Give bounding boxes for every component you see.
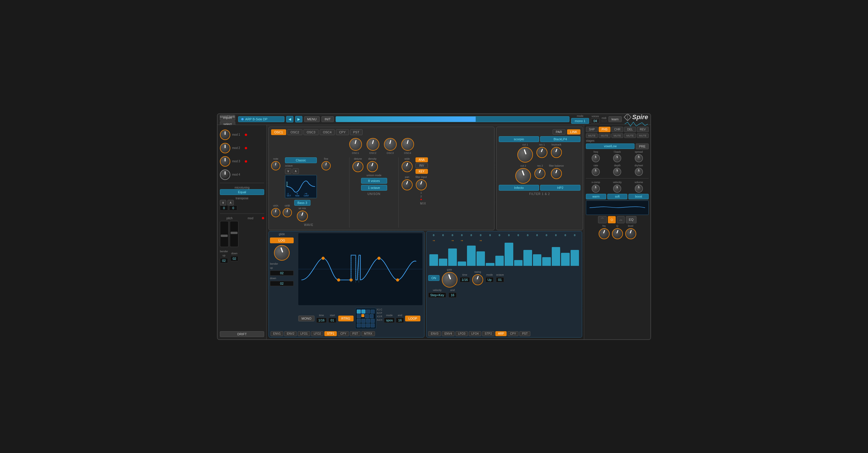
x4-cell3[interactable] <box>366 323 370 327</box>
keytrack-knob[interactable] <box>551 147 562 158</box>
stp2-tab[interactable]: STP2 <box>482 331 494 336</box>
transpose-up-btn[interactable]: ∧ <box>227 200 234 205</box>
oct-down-btn[interactable]: ∨ <box>285 168 291 174</box>
mod3-knob[interactable] <box>220 156 230 167</box>
osc-paste-btn[interactable]: PST <box>350 129 363 135</box>
bender-up-val[interactable]: 02 <box>220 258 228 263</box>
env2-tab[interactable]: ENV2 <box>284 331 297 336</box>
mod2-knob[interactable] <box>220 143 230 153</box>
shp-mute-btn[interactable]: MUTE <box>586 133 598 138</box>
lfo2-tab[interactable]: LFO2 <box>311 331 323 336</box>
arp-bar-15[interactable] <box>570 250 579 266</box>
del-mute-btn[interactable]: MUTE <box>624 133 636 138</box>
loop-btn[interactable]: LOOP <box>405 316 421 321</box>
arp-bar-0[interactable] <box>429 254 438 266</box>
eq-btn[interactable]: EQ <box>626 216 637 223</box>
detune-knob[interactable] <box>352 161 363 172</box>
osc1-main-knob[interactable] <box>349 138 362 151</box>
arp-pst-tab[interactable]: PST <box>519 331 530 336</box>
start-val[interactable]: 01 <box>329 318 337 323</box>
depth-knob[interactable] <box>613 168 621 176</box>
x1-cell3[interactable] <box>366 310 370 314</box>
note-knob[interactable] <box>271 161 280 170</box>
arp-octave-val[interactable]: 01 <box>496 277 504 282</box>
lfo1-tab[interactable]: LFO1 <box>298 331 310 336</box>
bender-down-num[interactable]: 02 <box>270 281 294 286</box>
arp-bar-13[interactable] <box>552 247 560 266</box>
spread-knob[interactable] <box>635 154 643 162</box>
env3-tab[interactable]: ENV3 <box>428 331 441 336</box>
x2-cell1[interactable] <box>357 314 361 318</box>
learn-button[interactable]: learn <box>609 116 622 122</box>
end-val[interactable]: 16 <box>396 318 404 323</box>
osc4-main-knob[interactable] <box>401 138 414 151</box>
x1-cell1[interactable] <box>357 310 361 314</box>
arp-bar-5[interactable] <box>476 251 485 266</box>
x3-cell2[interactable] <box>361 319 365 323</box>
octave-mode-select[interactable]: 1 octave <box>361 185 387 191</box>
lfo3-tab[interactable]: LFO3 <box>456 331 468 336</box>
x-comp-knob[interactable] <box>592 185 600 193</box>
level-knob[interactable] <box>625 228 636 239</box>
time-val[interactable]: 1/16 <box>316 318 327 323</box>
arp-bar-9[interactable] <box>514 260 523 266</box>
chr-tab[interactable]: CHR <box>611 127 623 132</box>
mtrx-tab[interactable]: MTRX <box>361 331 375 336</box>
bender-down-val[interactable]: 02 <box>230 256 239 261</box>
arp-bar-12[interactable] <box>542 257 551 266</box>
stp1-tab[interactable]: STP1 <box>324 331 337 336</box>
arp-bar-6[interactable] <box>486 263 494 266</box>
hp2-select[interactable]: HP2 <box>540 185 580 191</box>
q-knob[interactable] <box>612 228 623 239</box>
vowel-select[interactable]: vowelLow <box>586 143 634 149</box>
arp-mode-val[interactable]: Up <box>486 277 494 282</box>
arp-gate-knob[interactable] <box>442 272 458 288</box>
arp-bar-4[interactable] <box>467 246 476 266</box>
arp-cpy-tab[interactable]: CPY <box>507 331 519 336</box>
arp-bar-14[interactable] <box>561 253 570 266</box>
arp-bar-3[interactable] <box>458 261 466 266</box>
x4-cell4[interactable] <box>371 323 375 327</box>
phs-mute-btn[interactable]: MUTE <box>599 133 611 138</box>
arp-velocity-val[interactable]: Step+Key <box>428 292 446 298</box>
infecto-select[interactable]: Infecto <box>499 185 539 191</box>
filter-balance-knob[interactable] <box>551 168 562 179</box>
velocity-knob[interactable] <box>613 185 621 193</box>
cut2-knob[interactable] <box>515 168 531 184</box>
prev-preset-button[interactable]: ◀ <box>286 116 293 122</box>
inv-btn[interactable]: INV <box>415 163 428 168</box>
link-btn[interactable]: LINK <box>567 129 580 134</box>
shp-tab[interactable]: SHP <box>586 127 598 132</box>
transpose-down-btn[interactable]: ∨ <box>220 200 226 205</box>
arp-bar-1[interactable] <box>439 259 447 266</box>
x3-cell4[interactable] <box>371 319 375 323</box>
filter-input-knob[interactable] <box>416 180 427 190</box>
env1-tab[interactable]: ENV1 <box>271 331 283 336</box>
rev-mute-btn[interactable]: MUTE <box>637 133 649 138</box>
x3-cell3[interactable] <box>366 319 370 323</box>
rate-knob[interactable] <box>592 168 600 176</box>
transpose-val1[interactable]: 0 <box>220 205 228 211</box>
arp-tab[interactable]: ARP <box>495 331 507 336</box>
mod4-knob[interactable] <box>220 169 230 180</box>
arp-bar-10[interactable] <box>523 250 532 266</box>
cut1-knob[interactable] <box>517 147 533 163</box>
arp-time-val[interactable]: 1/16 <box>460 277 470 282</box>
shape-btn-3[interactable]: ⌓ <box>617 216 625 223</box>
wide-knob[interactable] <box>402 161 412 172</box>
filter1-type-select[interactable]: scorpio <box>499 136 539 142</box>
warm-btn[interactable]: warm <box>586 194 606 199</box>
microtuning-dropdown[interactable]: Equal <box>220 189 264 195</box>
voices-display[interactable]: 04 <box>591 118 599 124</box>
menu-button[interactable]: MENU <box>304 116 320 122</box>
drywet-knob[interactable] <box>635 168 643 176</box>
mod-slider[interactable] <box>230 221 239 247</box>
arp-on-btn[interactable]: ON <box>428 275 439 281</box>
arp-bar-11[interactable] <box>533 254 541 266</box>
fback-knob[interactable] <box>613 154 621 162</box>
frq-knob[interactable] <box>599 228 610 239</box>
osc3-main-knob[interactable] <box>384 138 397 151</box>
arp-end-val[interactable]: 16 <box>448 292 457 298</box>
x2-cell2[interactable] <box>361 314 364 317</box>
fine-knob[interactable] <box>321 161 331 170</box>
